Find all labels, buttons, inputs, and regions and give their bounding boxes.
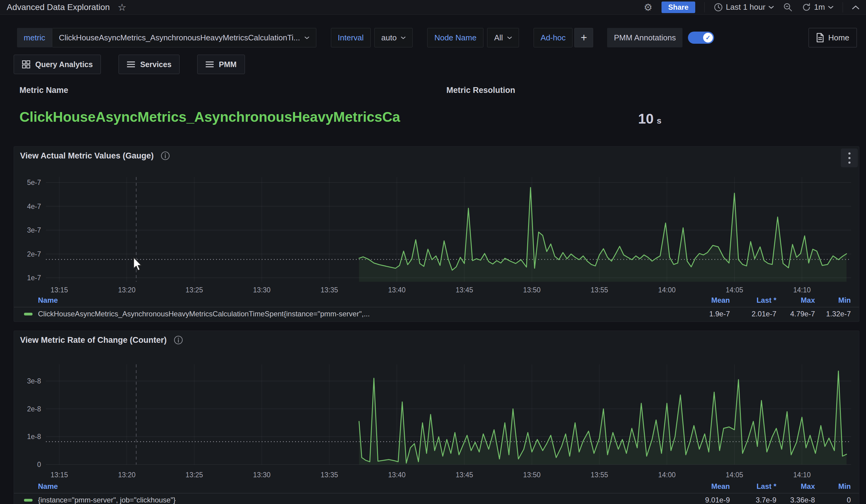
series-name[interactable]: {instance="pmm-server", job="clickhouse"… [38,496,681,504]
svg-text:13:25: 13:25 [186,286,203,294]
metric-variable-label: metric [17,28,52,47]
panel-title: View Actual Metric Values (Gauge) [20,151,154,161]
pmm-annotations-toggle[interactable]: ✓ [688,32,714,44]
query-analytics-link[interactable]: Query Analytics [14,55,101,74]
legend: Name Mean Last * Max Min {instance="pmm-… [14,481,859,504]
refresh-button[interactable]: 1m [802,2,833,12]
time-range-label: Last 1 hour [726,2,765,12]
svg-text:14:10: 14:10 [793,286,811,294]
svg-text:13:55: 13:55 [591,286,608,294]
document-icon [816,33,824,43]
panel-rate-of-change: View Metric Rate of Change (Counter) 3e-… [14,331,859,504]
menu-bars-icon [127,61,135,68]
add-adhoc-filter-button[interactable]: + [574,28,593,47]
metric-resolution-stat: 10s [638,111,662,127]
dashboard-links: Query Analytics Services PMM [14,55,245,74]
chevron-down-icon [768,5,774,9]
top-nav: Advanced Data Exploration ☆ ⚙ Share Last… [0,0,866,14]
svg-text:14:05: 14:05 [725,471,743,479]
svg-text:13:20: 13:20 [118,286,135,294]
svg-text:3e-7: 3e-7 [27,226,41,234]
favorite-star-icon[interactable]: ☆ [118,2,126,12]
divider [843,2,843,12]
metric-variable-dropdown[interactable]: ClickHouseAsyncMetrics_AsynchronousHeavy… [52,28,316,47]
counter-chart[interactable]: 3e-82e-81e-8013:1513:2013:2513:3013:3513… [14,352,859,481]
legend-col-last[interactable]: Last * [730,296,776,305]
metric-name-header: Metric Name [20,85,68,95]
svg-text:5e-7: 5e-7 [27,179,41,186]
svg-text:2e-8: 2e-8 [27,405,41,413]
dashboard-title: Advanced Data Exploration [7,2,110,12]
info-icon[interactable] [160,151,170,161]
chevron-down-icon [401,36,406,39]
grid-icon [22,60,30,69]
svg-text:1e-7: 1e-7 [27,274,41,282]
svg-text:13:30: 13:30 [253,286,271,294]
svg-text:13:55: 13:55 [591,471,608,479]
panel-menu-kebab-icon[interactable] [841,148,858,167]
legend-col-min[interactable]: Min [815,482,851,491]
menu-bars-icon [206,61,214,68]
chevron-down-icon [304,36,309,39]
svg-text:14:10: 14:10 [793,471,811,479]
svg-text:13:50: 13:50 [523,286,541,294]
interval-variable-dropdown[interactable]: auto [374,28,413,47]
pmm-annotations-label: PMM Annotations [607,28,682,47]
svg-text:13:15: 13:15 [51,471,68,479]
filter-bar: metric ClickHouseAsyncMetrics_Asynchrono… [17,28,857,47]
node-name-variable-dropdown[interactable]: All [487,28,519,47]
legend-col-last[interactable]: Last * [730,482,776,491]
zoom-out-icon[interactable] [783,2,793,12]
node-name-variable-label: Node Name [427,28,484,47]
share-button[interactable]: Share [662,1,695,13]
legend-col-mean[interactable]: Mean [681,296,730,305]
gauge-chart[interactable]: 5e-74e-73e-72e-71e-713:1513:2013:2513:30… [14,168,859,295]
series-min: 1.32e-7 [815,310,851,318]
panel-header[interactable]: View Metric Rate of Change (Counter) [14,331,859,349]
panel-header[interactable]: View Actual Metric Values (Gauge) [14,147,859,165]
series-color-swatch [24,313,33,316]
collapse-kiosk-icon[interactable] [852,5,859,10]
series-name[interactable]: ClickHouseAsyncMetrics_AsynchronousHeavy… [38,310,681,318]
panel-gauge-values: View Actual Metric Values (Gauge) 5e-74e… [14,146,859,322]
clock-icon [714,3,723,12]
series-max: 3.36e-8 [776,496,815,504]
svg-text:0: 0 [37,461,41,469]
settings-gear-icon[interactable]: ⚙ [644,1,652,13]
series-last: 3.7e-9 [730,496,776,504]
legend-series-row: ClickHouseAsyncMetrics_AsynchronousHeavy… [14,307,859,321]
legend-series-row: {instance="pmm-server", job="clickhouse"… [14,493,859,504]
time-range-picker[interactable]: Last 1 hour [714,2,774,12]
adhoc-filter-label: Ad-hoc [534,28,573,47]
series-color-swatch [24,499,33,502]
svg-text:13:40: 13:40 [388,471,406,479]
svg-text:13:35: 13:35 [321,471,338,479]
svg-text:13:15: 13:15 [51,286,68,294]
home-button[interactable]: Home [809,28,857,47]
svg-text:14:00: 14:00 [658,471,676,479]
series-last: 2.01e-7 [730,310,776,318]
refresh-interval-label: 1m [814,2,825,12]
legend-col-name[interactable]: Name [38,296,681,305]
legend-col-mean[interactable]: Mean [681,482,730,491]
metric-name-stat: ClickHouseAsyncMetrics_AsynchronousHeavy… [20,109,445,125]
info-icon[interactable] [174,335,183,345]
svg-text:13:45: 13:45 [455,286,473,294]
svg-text:13:40: 13:40 [388,286,406,294]
legend-col-name[interactable]: Name [38,482,681,491]
series-mean: 1.9e-7 [681,310,730,318]
chevron-down-icon [507,36,512,39]
svg-text:4e-7: 4e-7 [27,203,41,210]
services-link[interactable]: Services [119,55,180,74]
svg-text:13:30: 13:30 [253,471,271,479]
series-max: 4.79e-7 [776,310,815,318]
series-mean: 9.01e-9 [681,496,730,504]
legend-col-max[interactable]: Max [776,482,815,491]
refresh-icon [802,3,811,12]
legend-col-max[interactable]: Max [776,296,815,305]
svg-text:13:25: 13:25 [186,471,203,479]
toggle-check-icon: ✓ [703,33,713,43]
legend: Name Mean Last * Max Min ClickHouseAsync… [14,295,859,321]
legend-col-min[interactable]: Min [815,296,851,305]
pmm-link[interactable]: PMM [197,55,245,74]
